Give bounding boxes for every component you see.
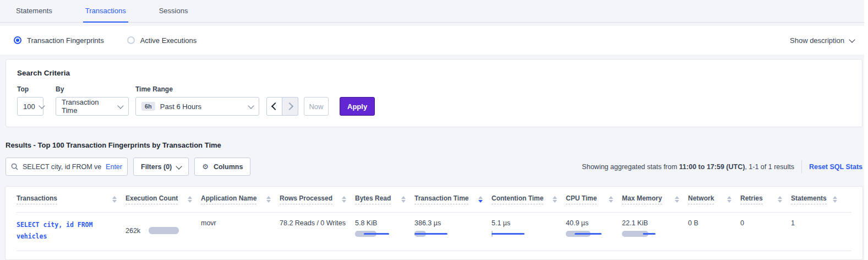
- search-criteria-title: Search Criteria: [17, 69, 851, 77]
- sort-icon[interactable]: [401, 196, 406, 203]
- radio-unselected-icon[interactable]: [127, 36, 135, 44]
- chevron-down-icon: [849, 36, 855, 42]
- chevron-down-icon: [39, 102, 45, 109]
- column-header-network[interactable]: Network: [688, 194, 740, 204]
- column-label: Max Memory: [622, 194, 662, 204]
- radio-label: Active Executions: [140, 36, 197, 45]
- column-header-application_name[interactable]: Application Name: [201, 194, 280, 204]
- sort-icon[interactable]: [727, 196, 731, 203]
- metric-bar: [414, 231, 450, 237]
- previous-time-window-button[interactable]: [266, 97, 282, 116]
- search-enter-button[interactable]: Enter: [106, 163, 122, 171]
- table-cell-application_name: movr: [201, 219, 280, 242]
- tab-sessions[interactable]: Sessions: [157, 0, 190, 23]
- top-label: Top: [17, 85, 43, 93]
- table-cell-rows_processed: 78.2 Reads / 0 Writes: [280, 219, 355, 242]
- results-heading: Results - Top 100 Transaction Fingerprin…: [6, 141, 862, 149]
- tab-transactions[interactable]: Transactions: [83, 0, 128, 23]
- radio-label: Transaction Fingerprints: [27, 36, 104, 45]
- chevron-down-icon: [117, 102, 123, 109]
- column-label: Retries: [740, 194, 763, 204]
- stats-time-window: 11:00 to 17:59 (UTC): [679, 163, 745, 171]
- table-cell-execution_count: 262k: [125, 219, 201, 242]
- column-header-bytes_read[interactable]: Bytes Read: [355, 194, 414, 204]
- chevron-right-icon: [285, 102, 293, 110]
- tab-statements[interactable]: Statements: [14, 0, 54, 23]
- column-label: Transactions: [17, 194, 57, 204]
- cell-value: 386.3 µs: [414, 219, 483, 227]
- next-time-window-button[interactable]: [282, 97, 298, 116]
- column-header-statements[interactable]: Statements: [791, 194, 846, 204]
- table-cell-network: 0 B: [688, 219, 740, 242]
- column-header-execution_count[interactable]: Execution Count: [125, 194, 201, 204]
- search-criteria-panel: Search Criteria Top 100 By Transaction T…: [6, 59, 862, 127]
- metric-bar: [492, 231, 527, 237]
- sort-icon[interactable]: [342, 196, 346, 203]
- table-body: SELECT city, id FROM vehicles262kmovr78.…: [17, 213, 851, 251]
- gear-icon: ⚙: [202, 162, 209, 171]
- column-label: CPU Time: [566, 194, 597, 204]
- now-button[interactable]: Now: [304, 97, 329, 116]
- time-range-badge: 6h: [141, 102, 155, 111]
- column-header-rows_processed[interactable]: Rows Processed: [280, 194, 355, 204]
- column-header-contention_time[interactable]: Contention Time: [492, 194, 566, 204]
- transactions-table: TransactionsExecution CountApplication N…: [6, 187, 862, 259]
- sort-icon[interactable]: [266, 196, 271, 203]
- top-select-value: 100: [23, 102, 35, 111]
- column-label: Network: [688, 194, 714, 204]
- cell-value: 262k: [125, 227, 140, 235]
- column-header-transactions[interactable]: Transactions: [17, 194, 125, 204]
- column-header-max_memory[interactable]: Max Memory: [622, 194, 688, 204]
- column-header-transaction_time[interactable]: Transaction Time: [414, 194, 492, 204]
- table-cell-contention_time: 5.1 µs: [492, 219, 566, 242]
- scrollbar-track[interactable]: [864, 0, 868, 260]
- show-description-label: Show description: [790, 36, 844, 45]
- top-select[interactable]: 100: [17, 97, 43, 116]
- by-label: By: [56, 85, 129, 93]
- column-label: Statements: [791, 194, 827, 204]
- column-label: Contention Time: [492, 194, 543, 204]
- sort-icon[interactable]: [478, 196, 483, 203]
- search-icon: [11, 163, 18, 170]
- radio-transaction-fingerprints[interactable]: Transaction Fingerprints: [14, 36, 104, 45]
- tab-bar: Statements Transactions Sessions: [0, 0, 868, 23]
- table-cell-cpu_time: 40.9 µs: [566, 219, 622, 242]
- search-input[interactable]: SELECT city, id FROM vehicles W Enter: [6, 158, 128, 176]
- time-range-label: Time Range: [135, 85, 259, 93]
- sort-icon[interactable]: [675, 196, 679, 203]
- results-toolbar: SELECT city, id FROM vehicles W Enter Fi…: [6, 158, 862, 176]
- column-header-retries[interactable]: Retries: [740, 194, 791, 204]
- cell-value: 40.9 µs: [566, 219, 613, 227]
- column-label: Execution Count: [125, 194, 178, 204]
- time-range-select[interactable]: 6h Past 6 Hours: [135, 97, 259, 116]
- reset-sql-stats-link[interactable]: Reset SQL Stats: [809, 163, 862, 171]
- sort-icon[interactable]: [778, 196, 782, 203]
- radio-selected-icon[interactable]: [14, 36, 21, 44]
- search-input-value[interactable]: SELECT city, id FROM vehicles W: [23, 163, 101, 171]
- table-cell-transaction_time: 386.3 µs: [414, 219, 492, 242]
- cell-value: 22.1 KiB: [622, 219, 679, 227]
- radio-active-executions[interactable]: Active Executions: [127, 36, 197, 45]
- aggregated-stats-text: Showing aggregated stats from 11:00 to 1…: [582, 163, 794, 171]
- sort-icon[interactable]: [833, 196, 837, 203]
- table-row: SELECT city, id FROM vehicles262kmovr78.…: [17, 213, 851, 251]
- by-select-value: Transaction Time: [62, 98, 114, 115]
- columns-label: Columns: [214, 163, 243, 171]
- column-label: Rows Processed: [280, 194, 332, 204]
- show-description-toggle[interactable]: Show description: [790, 36, 854, 45]
- sort-icon[interactable]: [188, 196, 192, 203]
- sort-icon[interactable]: [609, 196, 613, 203]
- columns-button[interactable]: ⚙ Columns: [194, 158, 250, 176]
- sort-icon[interactable]: [112, 196, 117, 203]
- chevron-down-icon: [248, 102, 254, 109]
- apply-button[interactable]: Apply: [340, 97, 375, 116]
- cell-value: 5.1 µs: [492, 219, 557, 227]
- sort-icon[interactable]: [553, 196, 557, 203]
- column-header-cpu_time[interactable]: CPU Time: [566, 194, 622, 204]
- transaction-query-link[interactable]: SELECT city, id FROM vehicles: [17, 219, 100, 242]
- filters-label: Filters (0): [141, 163, 172, 171]
- time-range-value: Past 6 Hours: [160, 102, 201, 111]
- by-select[interactable]: Transaction Time: [56, 97, 129, 116]
- table-cell-max_memory: 22.1 KiB: [622, 219, 688, 242]
- filters-button[interactable]: Filters (0): [133, 158, 189, 176]
